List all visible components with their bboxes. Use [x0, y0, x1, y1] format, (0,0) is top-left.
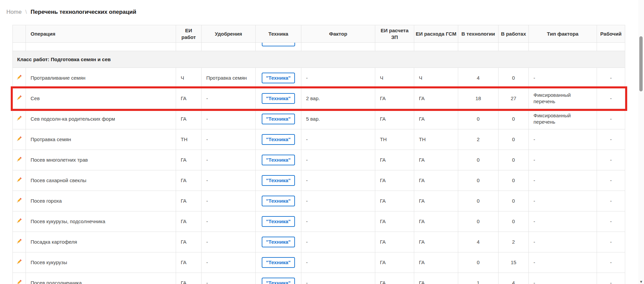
cell-ei_zp: ГА: [375, 150, 414, 170]
cell-ei_rabot: [176, 43, 202, 51]
edit-row-button[interactable]: [16, 94, 23, 101]
technika-button[interactable]: "Техника": [262, 216, 295, 227]
scroll-down-arrow-icon[interactable]: ▼: [638, 280, 644, 284]
cell-rabochiy: [597, 43, 625, 51]
cell-ei_rabot: ГА: [176, 273, 202, 284]
table-row: Посев подсолнечникаГА-"Техника"-ГАГА14--: [13, 273, 625, 284]
cell-edit: [13, 211, 26, 232]
cell-faktor: 2 вар.: [301, 88, 375, 109]
table-row: Сев подсолн-ка родительских формГА-"Техн…: [13, 109, 625, 129]
cell-ei_zp: ГА: [375, 88, 414, 109]
cell-operation: Сев: [26, 88, 176, 109]
pencil-icon: [16, 176, 23, 183]
table-header-row: ОперацияЕИ работУдобренияТехникаФакторЕИ…: [13, 25, 625, 43]
scrollbar-thumb[interactable]: [639, 36, 643, 91]
edit-row-button[interactable]: [16, 197, 23, 204]
cell-ei_rabot: ГА: [176, 252, 202, 273]
cell-faktor: 5 вар.: [301, 109, 375, 129]
cell-ei_gsm: ГА: [414, 88, 458, 109]
column-header-ei_gsm: ЕИ расхода ГСМ: [414, 25, 458, 43]
cell-tip_faktora: -: [529, 273, 597, 284]
cell-technika: "Техника": [256, 43, 301, 51]
pencil-icon: [16, 279, 23, 284]
cell-faktor: -: [301, 129, 375, 150]
technika-button[interactable]: "Техника": [262, 257, 295, 268]
cell-v_rab: 0: [499, 68, 529, 88]
column-header-operation: Операция: [26, 25, 176, 43]
cell-v_tech: 0: [458, 150, 499, 170]
cell-technika: "Техника": [256, 150, 301, 170]
column-header-ei_zp: ЕИ расчета ЗП: [375, 25, 414, 43]
cell-v_tech: 0: [458, 252, 499, 273]
edit-row-button[interactable]: [16, 156, 23, 163]
cell-edit: [13, 170, 26, 191]
cell-v_rab: 0: [499, 170, 529, 191]
cell-faktor: -: [301, 68, 375, 88]
technika-button[interactable]: "Техника": [262, 43, 295, 46]
cell-faktor: -: [301, 150, 375, 170]
cell-rabochiy: -: [597, 252, 625, 273]
cell-operation: Посев кукурузы: [26, 252, 176, 273]
cell-ei_zp: ГА: [375, 191, 414, 211]
cell-technika: "Техника": [256, 252, 301, 273]
edit-row-button[interactable]: [16, 279, 23, 284]
cell-ei_zp: ГА: [375, 109, 414, 129]
cell-edit: [13, 68, 26, 88]
cell-ei_rabot: ГА: [176, 191, 202, 211]
breadcrumb-home-link[interactable]: Home: [6, 9, 22, 15]
cell-operation: Посев сахарной свеклы: [26, 170, 176, 191]
technika-button[interactable]: "Техника": [262, 237, 295, 248]
cell-udobreniya: -: [202, 170, 256, 191]
technika-button[interactable]: "Техника": [262, 155, 295, 166]
edit-row-button[interactable]: [16, 217, 23, 224]
technika-button[interactable]: "Техника": [262, 93, 295, 104]
cell-edit: [13, 232, 26, 252]
cell-v_tech: 2: [458, 129, 499, 150]
cell-ei_gsm: ГА: [414, 211, 458, 232]
cell-ei_rabot: ГА: [176, 232, 202, 252]
technika-button[interactable]: "Техника": [262, 134, 295, 145]
technika-button[interactable]: "Техника": [262, 196, 295, 207]
pencil-icon: [16, 74, 23, 81]
cell-ei_zp: ГА: [375, 252, 414, 273]
cell-udobreniya: [202, 43, 256, 51]
cell-rabochiy: -: [597, 273, 625, 284]
cell-ei_gsm: Ч: [414, 68, 458, 88]
breadcrumb-separator: \: [25, 9, 27, 15]
cell-ei_rabot: ГА: [176, 109, 202, 129]
technika-button[interactable]: "Техника": [262, 175, 295, 186]
cell-v_tech: 0: [458, 109, 499, 129]
cell-ei_gsm: ГА: [414, 170, 458, 191]
edit-row-button[interactable]: [16, 176, 23, 183]
column-header-edit: [13, 25, 26, 43]
cell-tip_faktora: Фиксированный перечень: [529, 88, 597, 109]
edit-row-button[interactable]: [16, 135, 23, 142]
edit-row-button[interactable]: [16, 258, 23, 265]
cell-ei_gsm: ГА: [414, 109, 458, 129]
cell-faktor: -: [301, 191, 375, 211]
cell-technika: "Техника": [256, 68, 301, 88]
pencil-icon: [16, 238, 23, 245]
cell-udobreniya: -: [202, 191, 256, 211]
cell-operation: Посев многолетних трав: [26, 150, 176, 170]
cell-tip_faktora: [529, 43, 597, 51]
edit-row-button[interactable]: [16, 74, 23, 81]
technika-button[interactable]: "Техника": [262, 278, 295, 284]
cell-tip_faktora: -: [529, 232, 597, 252]
table-row: Посев кукурузыГА-"Техника"-ГАГА015--: [13, 252, 625, 273]
edit-row-button[interactable]: [16, 115, 23, 122]
window-scrollbar[interactable]: ▼: [638, 0, 644, 284]
partial-row-previous-section: "Техника": [13, 43, 625, 51]
cell-technika: "Техника": [256, 273, 301, 284]
cell-rabochiy: -: [597, 232, 625, 252]
cell-tip_faktora: Фиксированный перечень: [529, 109, 597, 129]
technika-button[interactable]: "Техника": [262, 73, 295, 84]
page-title: Перечень технологических операций: [31, 9, 136, 15]
edit-row-button[interactable]: [16, 238, 23, 245]
technika-button[interactable]: "Техника": [262, 114, 295, 125]
cell-operation: [26, 43, 176, 51]
cell-tip_faktora: -: [529, 129, 597, 150]
cell-tip_faktora: -: [529, 191, 597, 211]
column-header-tip_faktora: Тип фактора: [529, 25, 597, 43]
column-header-v_rab: В работах: [499, 25, 529, 43]
